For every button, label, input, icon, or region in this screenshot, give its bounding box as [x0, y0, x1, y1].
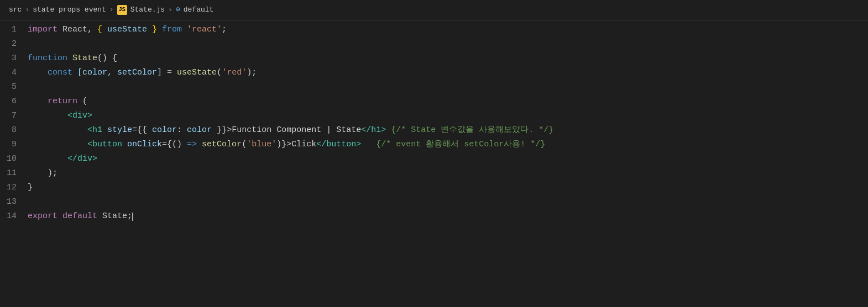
token: <button — [87, 140, 122, 149]
token: ; — [222, 25, 227, 34]
text-cursor — [132, 213, 133, 221]
line-number: 2 — [0, 38, 28, 51]
token — [28, 97, 48, 106]
breadcrumb-sep3: › — [168, 4, 172, 16]
token: </div> — [67, 154, 97, 163]
code-line: 10 </div> — [0, 152, 868, 167]
code-line: 12} — [0, 181, 868, 195]
line-number: 3 — [0, 52, 28, 65]
token: [color, setColor] — [77, 68, 162, 77]
token: export — [28, 211, 57, 221]
line-number: 11 — [0, 167, 28, 180]
breadcrumb-file: State.js — [130, 4, 165, 16]
line-content: } — [28, 181, 868, 194]
token — [67, 54, 72, 63]
token: return — [48, 97, 77, 106]
line-number: 7 — [0, 109, 28, 123]
token: useState — [177, 68, 217, 77]
line-number: 9 — [0, 138, 28, 151]
token: } — [152, 25, 157, 34]
line-content: <button onClick={() => setColor('blue')}… — [28, 138, 868, 151]
token: ={() — [162, 140, 187, 149]
line-number: 4 — [0, 66, 28, 80]
token: { — [97, 25, 102, 34]
token: State — [97, 211, 127, 221]
js-file-icon: JS — [117, 5, 127, 15]
code-line: 1import React, { useState } from 'react'… — [0, 23, 868, 38]
line-content: return ( — [28, 95, 868, 108]
breadcrumb: src › state props event › JS State.js › … — [0, 0, 868, 21]
token: setColor — [202, 140, 242, 149]
token: color — [187, 125, 212, 135]
token: State — [72, 54, 97, 63]
token: )} — [276, 140, 286, 149]
token: } — [28, 183, 33, 192]
token: 'react' — [187, 25, 222, 34]
token: import — [28, 25, 57, 34]
line-number: 6 — [0, 95, 28, 108]
code-line: 3function State() { — [0, 52, 868, 66]
symbol-icon: ⊙ — [176, 4, 180, 16]
code-line: 11 ); — [0, 167, 868, 181]
token: {/* State 변수값을 사용해보았다. */} — [386, 125, 553, 135]
token: ); — [28, 168, 57, 178]
token: ={{ — [132, 125, 147, 135]
code-line: 14export default State; — [0, 210, 868, 224]
breadcrumb-sep1: › — [25, 4, 29, 16]
code-line: 13 — [0, 195, 868, 210]
code-editor: 1import React, { useState } from 'react'… — [0, 21, 868, 224]
token: ( — [217, 68, 222, 77]
code-line: 7 <div> — [0, 109, 868, 124]
line-content: <h1 style={{ color: color }}>Function Co… — [28, 124, 868, 137]
token: <h1 — [87, 125, 102, 135]
token: ( — [77, 97, 87, 106]
token: default — [62, 211, 97, 221]
token: : — [177, 125, 187, 135]
token: React, — [57, 25, 97, 34]
line-content: const [color, setColor] = useState('red'… — [28, 66, 868, 80]
token: useState — [102, 25, 152, 34]
token: style — [102, 125, 132, 135]
code-line: 8 <h1 style={{ color: color }}>Function … — [0, 124, 868, 138]
token — [28, 111, 67, 120]
token: ); — [247, 68, 257, 77]
token: () { — [97, 54, 117, 63]
token: >Click — [286, 140, 316, 149]
token — [28, 68, 48, 77]
line-number: 8 — [0, 124, 28, 137]
token: ( — [242, 140, 247, 149]
line-content: import React, { useState } from 'react'; — [28, 23, 868, 36]
token: <div> — [67, 111, 92, 120]
code-line: 6 return ( — [0, 95, 868, 109]
token: }} — [212, 125, 227, 135]
token — [28, 125, 87, 135]
token: function — [28, 54, 67, 63]
line-content: function State() { — [28, 52, 868, 65]
code-line: 5 — [0, 81, 868, 95]
line-number: 10 — [0, 152, 28, 166]
line-number: 12 — [0, 181, 28, 194]
token: </button> — [316, 140, 361, 149]
token — [28, 154, 67, 163]
code-line: 4 const [color, setColor] = useState('re… — [0, 66, 868, 81]
token — [28, 140, 87, 149]
line-content: ); — [28, 167, 868, 180]
token — [57, 211, 62, 221]
token: 'red' — [222, 68, 247, 77]
breadcrumb-folder: state props event — [33, 4, 106, 16]
token: {/* event 활용해서 setColor사용! */} — [361, 140, 545, 149]
line-number: 14 — [0, 210, 28, 223]
token: </h1> — [361, 125, 386, 135]
breadcrumb-symbol: default — [184, 4, 214, 16]
line-number: 1 — [0, 23, 28, 36]
code-line: 9 <button onClick={() => setColor('blue'… — [0, 138, 868, 152]
line-number: 13 — [0, 195, 28, 209]
token: = — [162, 68, 177, 77]
token: >Function Component | State — [227, 125, 361, 135]
line-number: 5 — [0, 81, 28, 94]
token: from — [157, 25, 187, 34]
code-line: 2 — [0, 38, 868, 52]
token: => — [187, 140, 197, 149]
token: ; — [127, 211, 132, 221]
token: onClick — [122, 140, 162, 149]
